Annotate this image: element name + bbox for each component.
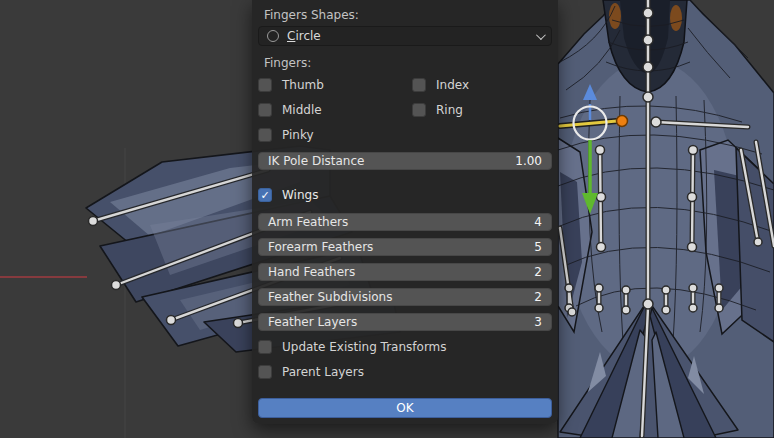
feather-subdivisions-field[interactable]: Feather Subdivisions 2 xyxy=(258,288,552,306)
thumb-checkbox-box[interactable]: ✓ xyxy=(258,78,272,92)
fingers-label: Fingers: xyxy=(264,56,311,70)
ring-checkbox-box[interactable]: ✓ xyxy=(412,103,426,117)
ok-button[interactable]: OK xyxy=(258,398,552,418)
slider-label: IK Pole Distance xyxy=(268,154,364,168)
ik-pole-distance-slider[interactable]: IK Pole Distance 1.00 xyxy=(258,152,552,170)
checkbox-pinky[interactable]: ✓ Pinky xyxy=(258,128,314,142)
parent-layers-checkbox-box[interactable]: ✓ xyxy=(258,365,272,379)
operator-panel: Fingers Shapes: Circle Fingers: ✓ Thumb … xyxy=(252,0,558,424)
hand-feathers-field[interactable]: Hand Feathers 2 xyxy=(258,263,552,281)
checkbox-parent-layers[interactable]: ✓ Parent Layers xyxy=(258,365,364,379)
finger-shape-dropdown[interactable]: Circle xyxy=(258,26,552,46)
checkbox-index[interactable]: ✓ Index xyxy=(412,78,469,92)
chevron-down-icon xyxy=(536,30,546,40)
eye-patch-right xyxy=(670,5,682,31)
checkbox-update-existing-transforms[interactable]: ✓ Update Existing Transforms xyxy=(258,340,447,354)
slider-value: 1.00 xyxy=(515,154,542,168)
dropdown-value: Circle xyxy=(287,29,321,43)
checkbox-ring[interactable]: ✓ Ring xyxy=(412,103,463,117)
bone-tip-handle[interactable] xyxy=(617,116,628,127)
middle-checkbox-box[interactable]: ✓ xyxy=(258,103,272,117)
index-checkbox-box[interactable]: ✓ xyxy=(412,78,426,92)
checkbox-wings[interactable]: ✓ Wings xyxy=(258,188,318,202)
forearm-feathers-field[interactable]: Forearm Feathers 5 xyxy=(258,238,552,256)
checkbox-middle[interactable]: ✓ Middle xyxy=(258,103,322,117)
update-transforms-checkbox-box[interactable]: ✓ xyxy=(258,340,272,354)
arm-feathers-field[interactable]: Arm Feathers 4 xyxy=(258,213,552,231)
fingers-shapes-label: Fingers Shapes: xyxy=(264,8,359,22)
circle-outline-icon xyxy=(267,30,279,42)
pinky-checkbox-box[interactable]: ✓ xyxy=(258,128,272,142)
wings-checkbox-box[interactable]: ✓ xyxy=(258,188,272,202)
blender-window: { "viewport": { "description": "Blender … xyxy=(0,0,774,438)
feather-layers-field[interactable]: Feather Layers 3 xyxy=(258,313,552,331)
checkbox-thumb[interactable]: ✓ Thumb xyxy=(258,78,324,92)
